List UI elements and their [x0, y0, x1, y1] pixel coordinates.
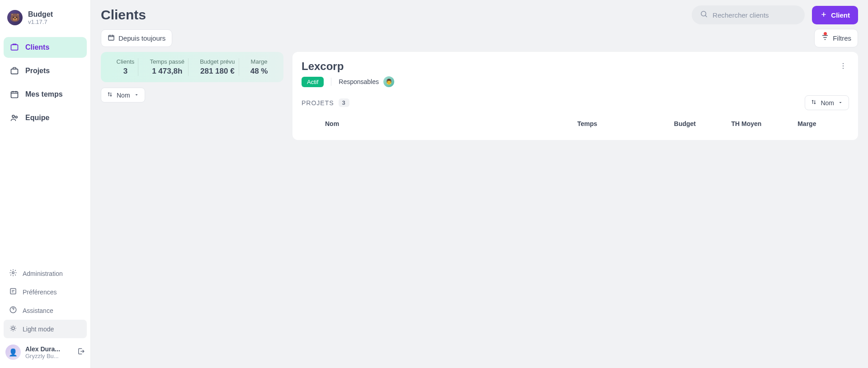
bottom-nav: Administration Préférences Assistance Li…	[0, 262, 90, 340]
svg-point-12	[843, 65, 844, 66]
filters-label: Filtres	[833, 34, 851, 42]
nav-projects-label: Projets	[25, 67, 50, 75]
calendar-icon	[108, 34, 115, 42]
topbar: Clients Client	[101, 5, 858, 24]
nav-clients-label: Clients	[25, 43, 49, 51]
detail-sort-button[interactable]: Nom	[805, 95, 849, 110]
stat-margin-label: Marge	[250, 58, 268, 65]
col-budget: Budget	[603, 116, 701, 132]
stat-time-value: 1 473,8h	[150, 67, 184, 76]
nav-times[interactable]: Mes temps	[4, 84, 87, 105]
search-icon	[700, 10, 708, 20]
plus-icon	[820, 11, 827, 19]
stat-clients-label: Clients	[117, 58, 135, 65]
user-name: Alex Dura...	[25, 345, 72, 353]
responsable-avatar[interactable]: 👨	[383, 76, 394, 87]
stat-clients-value: 3	[117, 67, 135, 76]
stats-card: Clients 3 Temps passé 1 473,8h Budget pr…	[101, 52, 283, 82]
stat-budget-value: 281 180 €	[200, 67, 235, 76]
nav-assistance-label: Assistance	[23, 307, 53, 314]
divider	[331, 78, 331, 86]
nav-administration[interactable]: Administration	[4, 264, 87, 283]
toolbar: Depuis toujours Filtres	[101, 29, 858, 47]
chevron-down-icon	[134, 92, 139, 99]
nav-team[interactable]: Equipe	[4, 107, 87, 128]
sort-icon	[811, 99, 817, 107]
sun-icon	[9, 324, 17, 334]
help-icon	[9, 306, 17, 315]
light-mode-label: Light mode	[23, 326, 54, 333]
new-client-button[interactable]: Client	[812, 6, 858, 24]
svg-point-4	[15, 116, 17, 118]
content-row: Clients 3 Temps passé 1 473,8h Budget pr…	[101, 52, 858, 368]
user-avatar: 👤	[5, 345, 21, 360]
sort-button[interactable]: Nom	[101, 88, 145, 102]
nav-projects[interactable]: Projets	[4, 61, 87, 81]
detail-title: Lexcorp	[302, 60, 394, 73]
stat-time-label: Temps passé	[150, 58, 184, 65]
svg-point-5	[12, 272, 14, 274]
svg-point-13	[843, 68, 844, 69]
filters-button[interactable]: Filtres	[814, 29, 858, 47]
date-filter-label: Depuis toujours	[118, 34, 165, 42]
chevron-down-icon	[838, 99, 843, 107]
main-nav: Clients Projets Mes temps Equipe	[0, 33, 90, 135]
nav-preferences-label: Préférences	[23, 289, 57, 296]
user-block[interactable]: 👤 Alex Dura... Gryzzly Bu...	[0, 340, 90, 368]
svg-rect-10	[108, 35, 114, 40]
detail-sort-label: Nom	[821, 99, 834, 107]
prefs-icon	[9, 287, 17, 297]
logo-block: 🐻 Budget v1.17.7	[0, 0, 90, 33]
nav-team-label: Equipe	[25, 114, 49, 122]
user-org: Gryzzly Bu...	[25, 353, 72, 359]
clients-column: Clients 3 Temps passé 1 473,8h Budget pr…	[101, 52, 283, 368]
client-detail-panel: Lexcorp Actif Responsables 👨	[292, 52, 858, 140]
nav-preferences[interactable]: Préférences	[4, 283, 87, 301]
projects-table: Nom Temps Budget TH Moyen Marge	[302, 116, 849, 132]
app-logo: 🐻	[7, 10, 23, 25]
nav-assistance[interactable]: Assistance	[4, 301, 87, 320]
responsables-label: Responsables	[339, 78, 379, 85]
stat-budget-label: Budget prévu	[200, 58, 235, 65]
nav-clients[interactable]: Clients	[4, 37, 87, 58]
app-version: v1.17.7	[28, 19, 53, 25]
logout-icon[interactable]	[77, 347, 85, 357]
main-content: Clients Client Depuis toujours Filtres	[91, 0, 868, 368]
gear-icon	[9, 269, 17, 278]
svg-rect-1	[11, 69, 18, 74]
detail-more-button[interactable]	[837, 60, 849, 74]
page-title: Clients	[101, 7, 146, 23]
search-box[interactable]	[692, 5, 805, 24]
date-filter[interactable]: Depuis toujours	[101, 29, 172, 47]
times-icon	[10, 90, 19, 99]
nav-administration-label: Administration	[23, 270, 63, 277]
sort-icon	[107, 91, 113, 99]
sort-label: Nom	[117, 92, 130, 99]
col-time: Temps	[532, 116, 603, 132]
col-name: Nom	[302, 116, 532, 132]
col-th: TH Moyen	[701, 116, 767, 132]
svg-point-3	[12, 115, 14, 117]
svg-rect-0	[11, 45, 18, 50]
projects-count: 3	[339, 98, 349, 107]
clients-icon	[10, 43, 19, 52]
svg-point-8	[12, 327, 14, 330]
sidebar: 🐻 Budget v1.17.7 Clients Projets Mes tem…	[0, 0, 91, 368]
new-client-label: Client	[831, 11, 850, 19]
col-margin: Marge	[767, 116, 821, 132]
search-input[interactable]	[712, 11, 798, 19]
stat-margin-value: 48 %	[250, 67, 268, 76]
svg-rect-6	[10, 289, 16, 294]
projects-tab-label: PROJETS	[302, 99, 334, 107]
nav-times-label: Mes temps	[25, 90, 63, 98]
svg-point-9	[701, 11, 706, 16]
light-mode-toggle[interactable]: Light mode	[4, 320, 87, 338]
app-name: Budget	[28, 10, 53, 19]
svg-point-11	[843, 63, 844, 64]
status-badge: Actif	[302, 77, 324, 87]
team-icon	[10, 113, 19, 122]
projects-icon	[10, 66, 19, 75]
svg-rect-2	[11, 92, 18, 98]
